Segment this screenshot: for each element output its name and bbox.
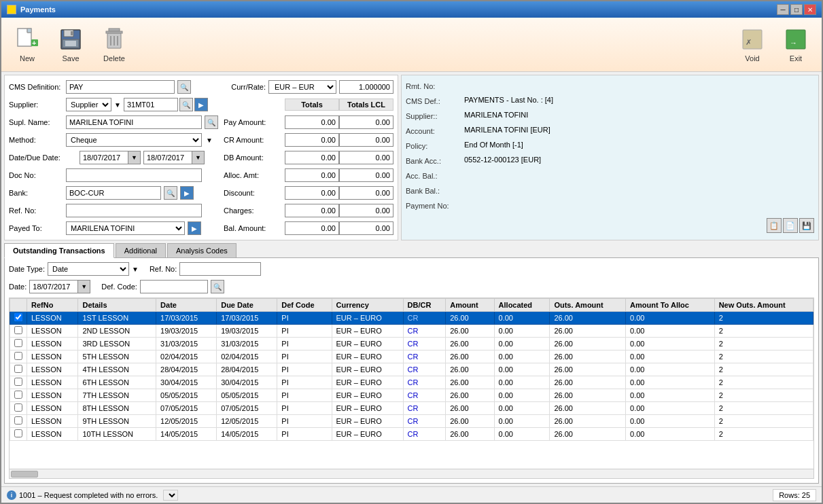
row-checkbox-cell[interactable] (10, 363, 27, 376)
date-type-select[interactable]: Date (48, 262, 129, 276)
action-btn-1[interactable]: 📋 (767, 218, 782, 233)
exit-button[interactable]: → Exit (775, 22, 816, 68)
bal-amount-input[interactable] (285, 221, 339, 235)
row-checkbox-cell[interactable] (10, 402, 27, 415)
row-checkbox-cell[interactable] (10, 428, 27, 441)
totals-header: Totals (285, 98, 339, 111)
table-container[interactable]: RefNo Details Date Due Date Def Code Cur… (9, 298, 814, 469)
pay-amount-label: Pay Amount: (224, 118, 285, 126)
payed-to-select[interactable]: MARILENA TOFINI (66, 221, 185, 235)
date-input[interactable] (80, 151, 128, 164)
row-checkbox-cell[interactable] (10, 376, 27, 389)
payed-to-nav-button[interactable]: ▶ (188, 221, 201, 235)
supplier-wrap: Supplier ▼ 🔍 ▶ (66, 98, 208, 111)
tab-outstanding[interactable]: Outstanding Transactions (4, 243, 114, 258)
pay-amount-input[interactable] (285, 115, 339, 129)
row-checkbox-cell[interactable] (10, 389, 27, 402)
close-button[interactable]: ✕ (804, 4, 816, 15)
discount-input[interactable] (285, 186, 339, 200)
method-select[interactable]: Cheque (66, 133, 202, 147)
table-row[interactable]: LESSON7TH LESSON05/05/201505/05/2015PIEU… (10, 389, 813, 402)
table-row[interactable]: LESSON10TH LESSON14/05/201514/05/2015PIE… (10, 428, 813, 441)
filter-ref-no-input[interactable] (179, 262, 261, 276)
row-checkbox[interactable] (14, 339, 22, 347)
due-date-picker-button[interactable]: ▼ (192, 151, 205, 164)
due-date-input-wrap: ▼ (143, 151, 205, 164)
curr-rate-select[interactable]: EUR – EUR (268, 80, 336, 94)
cr-amount-lcl-input[interactable] (339, 133, 393, 147)
row-checkbox-cell[interactable] (10, 312, 27, 325)
cell-new-outs: 2 (714, 312, 813, 325)
row-checkbox[interactable] (14, 378, 22, 386)
table-row[interactable]: LESSON9TH LESSON12/05/201512/05/2015PIEU… (10, 415, 813, 428)
doc-no-input[interactable] (66, 168, 202, 182)
supplier-search-button[interactable]: 🔍 (179, 98, 193, 111)
bank-nav-button[interactable]: ▶ (180, 186, 194, 200)
date-picker-button[interactable]: ▼ (128, 151, 141, 164)
row-checkbox-cell[interactable] (10, 415, 27, 428)
right-policy-label: Policy: (406, 142, 460, 150)
action-btn-3[interactable]: 💾 (799, 218, 814, 233)
row-checkbox-cell[interactable] (10, 325, 27, 338)
status-dropdown[interactable] (163, 490, 178, 501)
db-amount-input[interactable] (285, 151, 339, 164)
table-row[interactable]: LESSON5TH LESSON02/04/201502/04/2015PIEU… (10, 350, 813, 363)
def-code-search-button[interactable]: 🔍 (211, 280, 224, 293)
discount-lcl-input[interactable] (339, 186, 393, 200)
row-checkbox-cell[interactable] (10, 350, 27, 363)
supplier-nav-button[interactable]: ▶ (194, 98, 208, 111)
table-row[interactable]: LESSON3RD LESSON31/03/201531/03/2015PIEU… (10, 338, 813, 350)
cms-def-input[interactable] (66, 80, 175, 94)
row-checkbox-cell[interactable] (10, 338, 27, 350)
row-checkbox[interactable] (14, 391, 22, 399)
cell-allocated: 0.00 (494, 376, 550, 389)
pay-amount-lcl-input[interactable] (339, 115, 393, 129)
filter-date-input[interactable] (29, 280, 78, 293)
row-checkbox[interactable] (14, 313, 22, 321)
bank-input[interactable] (66, 186, 161, 200)
cms-def-search-button[interactable]: 🔍 (177, 80, 191, 94)
supplier-code-input[interactable] (124, 98, 178, 111)
rate-input[interactable] (339, 80, 393, 94)
supl-name-input[interactable] (66, 115, 202, 129)
charges-lcl-input[interactable] (339, 204, 393, 217)
action-btn-2[interactable]: 📄 (783, 218, 798, 233)
table-row[interactable]: LESSON8TH LESSON07/05/201507/05/2015PIEU… (10, 402, 813, 415)
def-code-input[interactable] (140, 280, 208, 293)
row-checkbox[interactable] (14, 352, 22, 360)
db-amount-lcl-input[interactable] (339, 151, 393, 164)
row-checkbox[interactable] (14, 403, 22, 412)
save-button[interactable]: Save (50, 22, 91, 68)
filter-date-picker-button[interactable]: ▼ (78, 280, 90, 293)
due-date-input[interactable] (143, 151, 192, 164)
cell-outs-amount: 26.00 (550, 338, 626, 350)
ref-no-input[interactable] (66, 204, 202, 217)
delete-button[interactable]: Delete (94, 22, 135, 68)
supplier-type-select[interactable]: Supplier (66, 98, 111, 111)
minimize-button[interactable]: ─ (777, 4, 789, 15)
cell-amt-to-alloc: 0.00 (626, 312, 715, 325)
bank-search-button[interactable]: 🔍 (164, 186, 177, 200)
void-button[interactable]: ✗ Void (732, 22, 773, 68)
bal-amount-lcl-input[interactable] (339, 221, 393, 235)
alloc-amt-lcl-input[interactable] (339, 168, 393, 182)
tab-analysis[interactable]: Analysis Codes (167, 243, 237, 257)
cell-def-code: PI (277, 325, 332, 338)
cr-amount-input[interactable] (285, 133, 339, 147)
alloc-amt-input[interactable] (285, 168, 339, 182)
charges-input[interactable] (285, 204, 339, 217)
row-checkbox[interactable] (14, 365, 22, 373)
tab-additional[interactable]: Additional (116, 243, 166, 257)
table-row[interactable]: LESSON1ST LESSON17/03/201517/03/2015PIEU… (10, 312, 813, 325)
row-checkbox[interactable] (14, 326, 22, 334)
row-checkbox[interactable] (14, 416, 22, 425)
cell-amt-to-alloc: 0.00 (626, 376, 715, 389)
new-button[interactable]: + New (7, 22, 48, 68)
table-row[interactable]: LESSON4TH LESSON28/04/201528/04/2015PIEU… (10, 363, 813, 376)
maximize-button[interactable]: □ (790, 4, 803, 15)
row-checkbox[interactable] (14, 429, 22, 437)
h-scrollbar[interactable] (9, 469, 814, 479)
table-row[interactable]: LESSON6TH LESSON30/04/201530/04/2015PIEU… (10, 376, 813, 389)
supl-name-search-button[interactable]: 🔍 (205, 115, 218, 129)
table-row[interactable]: LESSON2ND LESSON19/03/201519/03/2015PIEU… (10, 325, 813, 338)
